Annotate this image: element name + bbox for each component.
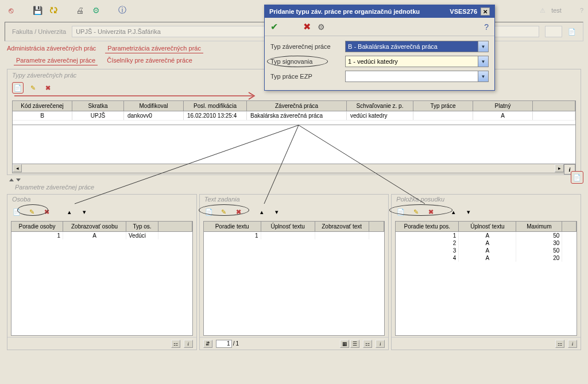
dialog-code: VSES276 — [450, 8, 477, 15]
panel-osoba-title: Osoba — [7, 195, 196, 204]
dialog-toolbar: ✔ ✖ ⚙ ? — [265, 18, 494, 36]
types-grid-empty[interactable] — [12, 125, 576, 164]
col-zobraz-text[interactable]: Zobrazovať text — [315, 222, 369, 231]
types-scrollbar: ◂ ▸ i — [12, 164, 576, 173]
col-skratka[interactable]: Skratka — [72, 101, 124, 111]
record-current[interactable] — [216, 340, 232, 348]
edit-button[interactable]: ✎ — [218, 206, 230, 218]
col-uplnost-pos[interactable]: Úplnosť textu — [459, 222, 516, 231]
chevron-down-icon[interactable]: ▼ — [478, 56, 488, 67]
faculty-select[interactable] — [545, 26, 562, 37]
col-kod[interactable]: Kód záverečenej — [13, 101, 72, 111]
select-typ-ezp[interactable]: ▼ — [345, 71, 489, 82]
edit-button[interactable]: ✎ — [410, 206, 421, 218]
tab-parametrizacia[interactable]: Parametrizácia záverečných prác — [105, 44, 203, 53]
select-typ-signovania[interactable]: 1 - vedúci katedry ▼ — [345, 56, 489, 67]
col-typ[interactable]: Typ práce — [413, 101, 473, 111]
delete-button[interactable]: ✖ — [425, 206, 436, 218]
settings-icon[interactable]: ⚙ — [318, 22, 325, 32]
col-poradie-osoby[interactable]: Poradie osoby — [11, 222, 63, 231]
delete-button[interactable]: ✖ — [41, 206, 52, 218]
add-button[interactable]: 📄 — [203, 206, 215, 218]
print-icon[interactable]: 🖨 — [74, 4, 86, 17]
osoba-footer: ⚏ i — [7, 337, 196, 350]
add-button[interactable]: 📄 — [11, 206, 22, 218]
polozka-footer: ⚏ i — [392, 337, 581, 350]
table-row[interactable]: B UPJŠ dankovv0 16.02.2010 13:25:4 Bakal… — [13, 111, 575, 121]
exit-icon[interactable]: ⎋ — [5, 4, 17, 17]
confirm-icon[interactable]: ✔ — [270, 21, 278, 32]
tab-administracia[interactable]: Administrácia záverečných prác — [5, 44, 98, 53]
col-poradie-pos[interactable]: Poradie textu pos. — [396, 222, 459, 231]
edit-button[interactable]: ✎ — [26, 206, 37, 218]
col-max[interactable]: Maximum — [516, 222, 562, 231]
table-row[interactable]: 3 A 50 — [396, 247, 577, 254]
subtab-ciselniky[interactable]: Číselníky pre záverečné práce — [105, 56, 195, 65]
col-modifikoval[interactable]: Modifikoval — [124, 101, 184, 111]
col-typ-os[interactable]: Typ os. — [126, 222, 158, 231]
scroll-right[interactable]: ▸ — [555, 164, 564, 172]
move-up[interactable]: ▴ — [256, 206, 268, 218]
info-icon[interactable]: i — [184, 340, 193, 348]
table-row[interactable]: 2 A 30 — [396, 239, 577, 247]
table-row[interactable]: 1 A 50 — [396, 232, 577, 239]
col-zaverecna[interactable]: Záverečná práca — [247, 101, 347, 111]
move-up[interactable]: ▴ — [448, 206, 459, 218]
cancel-icon[interactable]: ✖ — [303, 21, 311, 32]
cell-skratka: UPJŠ — [72, 111, 124, 120]
save-icon[interactable]: 💾 — [31, 4, 44, 17]
config-icon[interactable]: ⚏ — [171, 340, 180, 348]
chevron-down-icon[interactable]: ▼ — [478, 41, 488, 52]
open-icon[interactable]: 📄 — [568, 28, 576, 36]
table-row[interactable]: 1 — [204, 232, 385, 239]
chevron-down-icon[interactable]: ▼ — [478, 71, 488, 82]
panel-polozka-title: Položka posudku — [392, 195, 581, 204]
text-grid[interactable]: Poradie textu Úplnosť textu Zobrazovať t… — [203, 221, 385, 336]
osoba-grid[interactable]: Poradie osoby Zobrazovať osobu Typ os. 1… — [11, 221, 193, 336]
move-down[interactable]: ▾ — [463, 206, 474, 218]
select-typ-zaverecnej[interactable]: B - Bakalárska záverečná práca ▼ — [345, 41, 489, 52]
text-grid-body[interactable]: 1 — [204, 232, 385, 335]
nav-down[interactable] — [16, 179, 21, 181]
types-grid-body[interactable]: B UPJŠ dankovv0 16.02.2010 13:25:4 Bakal… — [12, 111, 576, 125]
polozka-grid[interactable]: Poradie textu pos. Úplnosť textu Maximum… — [395, 221, 577, 336]
table-row[interactable]: 4 A 20 — [396, 254, 577, 262]
osoba-grid-body[interactable]: 1 A Vedúci — [11, 232, 192, 335]
annotation-arrow — [14, 96, 574, 97]
cell-kod: B — [13, 111, 72, 120]
col-platny[interactable]: Platný — [473, 101, 533, 111]
close-icon[interactable]: ✕ — [481, 7, 490, 15]
col-poradie-textu[interactable]: Poradie textu — [204, 222, 261, 231]
help-icon[interactable]: ? — [580, 7, 583, 14]
table-row[interactable]: 1 A Vedúci — [11, 232, 192, 239]
cell-platny: A — [473, 111, 533, 120]
col-schvalovanie[interactable]: Schvaľovanie z. p. — [347, 101, 413, 111]
config-icon[interactable]: ⚏ — [555, 340, 564, 348]
dialog-titlebar[interactable]: Pridanie typu záv. práce pre organizačnú… — [265, 5, 494, 18]
help-icon[interactable]: ? — [484, 22, 489, 32]
list-icon[interactable]: ☰ — [350, 340, 359, 348]
sort-icon[interactable]: ⇵ — [203, 340, 212, 348]
info-icon[interactable]: i — [568, 340, 577, 348]
col-zobraz-osobu[interactable]: Zobrazovať osobu — [63, 222, 126, 231]
settings-icon[interactable]: ⚙ — [90, 4, 102, 17]
move-down[interactable]: ▾ — [271, 206, 283, 218]
info-icon[interactable]: i — [376, 340, 385, 348]
polozka-grid-body[interactable]: 1 A 50 2 A 30 3 A 50 4 A 20 — [396, 232, 577, 335]
move-down[interactable]: ▾ — [79, 206, 90, 218]
nav-up[interactable] — [9, 179, 14, 181]
add-button[interactable]: 📄 — [395, 206, 407, 218]
cell-schvalovanie: vedúci katedry — [347, 111, 413, 120]
scroll-left[interactable]: ◂ — [13, 164, 22, 172]
move-up[interactable]: ▴ — [64, 206, 75, 218]
config-icon[interactable]: ⚏ — [363, 340, 372, 348]
label-typ-ezp: Typ práce EZP — [270, 73, 345, 80]
reload-icon[interactable]: 🗘 — [47, 4, 60, 17]
delete-button[interactable]: ✖ — [233, 206, 245, 218]
grid-icon[interactable]: ▦ — [340, 340, 349, 348]
add-page-icon[interactable]: 📄 — [571, 171, 583, 184]
col-posl[interactable]: Posl. modifikácia — [184, 101, 247, 111]
info-icon[interactable]: ⓘ — [116, 4, 129, 17]
col-uplnost-textu[interactable]: Úplnosť textu — [261, 222, 315, 231]
subtab-parametre[interactable]: Parametre záverečnej práce — [14, 56, 98, 65]
